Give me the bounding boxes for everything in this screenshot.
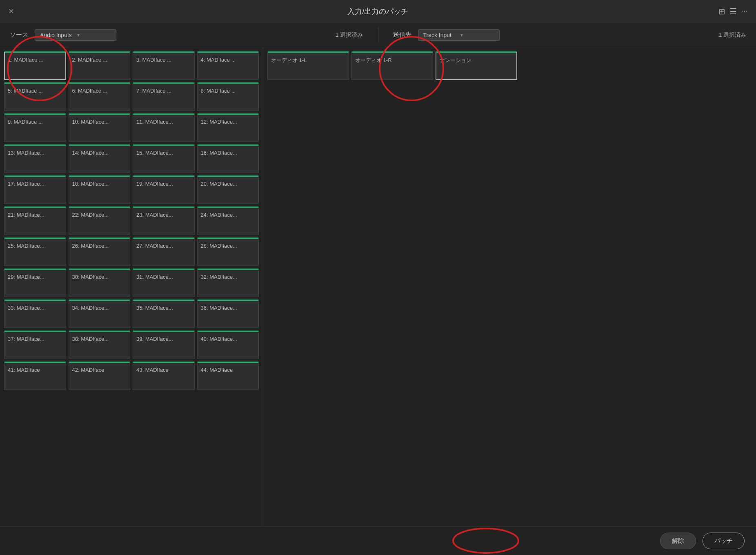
toolbar-icons: ⊞ ☰ ···: [718, 7, 748, 16]
source-item[interactable]: 23: MADIface...: [133, 206, 195, 235]
titlebar: ✕ 入力/出力のパッチ ⊞ ☰ ···: [0, 0, 756, 23]
source-item[interactable]: 19: MADIface...: [133, 175, 195, 204]
source-grid-container[interactable]: 1: MADIface ...2: MADIface ...3: MADIfac…: [0, 47, 263, 526]
source-item[interactable]: 21: MADIface...: [4, 206, 66, 235]
titlebar-right: ⊞ ☰ ···: [718, 7, 748, 16]
grid-view-icon[interactable]: ⊞: [718, 7, 725, 16]
source-item[interactable]: 44: MADIface: [197, 362, 259, 390]
source-item[interactable]: 3: MADIface ...: [133, 51, 195, 80]
source-item[interactable]: 35: MADIface...: [133, 300, 195, 328]
source-dropdown-value: Audio Inputs: [40, 32, 74, 38]
source-item[interactable]: 11: MADIface...: [133, 113, 195, 142]
source-item[interactable]: 9: MADIface ...: [4, 113, 66, 142]
source-item[interactable]: 14: MADIface...: [69, 144, 131, 173]
source-item[interactable]: 20: MADIface...: [197, 175, 259, 204]
dest-panel: オーディオ 1-Lオーディオ 1-Rナレーション: [263, 47, 756, 526]
source-item[interactable]: 4: MADIface ...: [197, 51, 259, 80]
source-chevron-icon: ▾: [77, 32, 111, 38]
source-item[interactable]: 2: MADIface ...: [69, 51, 131, 80]
dest-dropdown-value: Track Input: [423, 32, 457, 38]
source-item[interactable]: 36: MADIface...: [197, 300, 259, 328]
dest-grid: オーディオ 1-Lオーディオ 1-Rナレーション: [267, 51, 752, 80]
source-item[interactable]: 5: MADIface ...: [4, 82, 66, 111]
source-item[interactable]: 40: MADIface...: [197, 331, 259, 359]
source-item[interactable]: 12: MADIface...: [197, 113, 259, 142]
dest-chevron-icon: ▾: [460, 32, 494, 38]
dest-count: 1 選択済み: [718, 31, 746, 39]
main-window: ✕ 入力/出力のパッチ ⊞ ☰ ··· ソース Audio Inputs ▾ 1…: [0, 0, 756, 555]
source-item[interactable]: 17: MADIface...: [4, 175, 66, 204]
source-item[interactable]: 43: MADIface: [133, 362, 195, 390]
source-item[interactable]: 30: MADIface...: [69, 269, 131, 297]
source-item[interactable]: 16: MADIface...: [197, 144, 259, 173]
dest-dropdown[interactable]: Track Input ▾: [418, 29, 500, 41]
source-label: ソース: [10, 31, 28, 39]
source-item[interactable]: 32: MADIface...: [197, 269, 259, 297]
source-item[interactable]: 7: MADIface ...: [133, 82, 195, 111]
source-item[interactable]: 29: MADIface...: [4, 269, 66, 297]
source-item[interactable]: 26: MADIface...: [69, 238, 131, 266]
source-item[interactable]: 10: MADIface...: [69, 113, 131, 142]
dest-grid-container[interactable]: オーディオ 1-Lオーディオ 1-Rナレーション: [263, 47, 756, 526]
window-title: 入力/出力のパッチ: [347, 7, 408, 16]
source-item[interactable]: 39: MADIface...: [133, 331, 195, 359]
footer: 解除 パッチ: [0, 526, 756, 555]
more-options-icon[interactable]: ···: [741, 7, 748, 16]
source-item[interactable]: 1: MADIface ...: [4, 51, 66, 80]
source-item[interactable]: 42: MADIface: [69, 362, 131, 390]
source-item[interactable]: 41: MADIface: [4, 362, 66, 390]
unlink-button[interactable]: 解除: [660, 533, 696, 549]
source-item[interactable]: 31: MADIface...: [133, 269, 195, 297]
source-dropdown[interactable]: Audio Inputs ▾: [35, 29, 116, 41]
source-item[interactable]: 33: MADIface...: [4, 300, 66, 328]
source-item[interactable]: 28: MADIface...: [197, 238, 259, 266]
source-item[interactable]: 25: MADIface...: [4, 238, 66, 266]
source-grid: 1: MADIface ...2: MADIface ...3: MADIfac…: [4, 51, 259, 390]
header-row: ソース Audio Inputs ▾ 1 選択済み 送信先 Track Inpu…: [0, 23, 756, 47]
source-item[interactable]: 8: MADIface ...: [197, 82, 259, 111]
source-item[interactable]: 24: MADIface...: [197, 206, 259, 235]
source-item[interactable]: 37: MADIface...: [4, 331, 66, 359]
source-item[interactable]: 15: MADIface...: [133, 144, 195, 173]
source-item[interactable]: 6: MADIface ...: [69, 82, 131, 111]
dest-item[interactable]: オーディオ 1-L: [267, 51, 349, 80]
source-item[interactable]: 38: MADIface...: [69, 331, 131, 359]
dest-label: 送信先: [393, 31, 411, 39]
source-item[interactable]: 13: MADIface...: [4, 144, 66, 173]
header-divider: [378, 28, 378, 42]
source-item[interactable]: 22: MADIface...: [69, 206, 131, 235]
dest-item[interactable]: オーディオ 1-R: [351, 51, 433, 80]
source-item[interactable]: 18: MADIface...: [69, 175, 131, 204]
list-view-icon[interactable]: ☰: [729, 7, 737, 16]
titlebar-left: ✕: [8, 7, 14, 16]
main-content: 1: MADIface ...2: MADIface ...3: MADIfac…: [0, 47, 756, 526]
patch-button[interactable]: パッチ: [703, 533, 745, 549]
source-item[interactable]: 27: MADIface...: [133, 238, 195, 266]
source-count: 1 選択済み: [336, 31, 363, 39]
source-item[interactable]: 34: MADIface...: [69, 300, 131, 328]
close-button[interactable]: ✕: [8, 7, 14, 16]
source-panel: 1: MADIface ...2: MADIface ...3: MADIfac…: [0, 47, 263, 526]
dest-item[interactable]: ナレーション: [436, 51, 517, 80]
